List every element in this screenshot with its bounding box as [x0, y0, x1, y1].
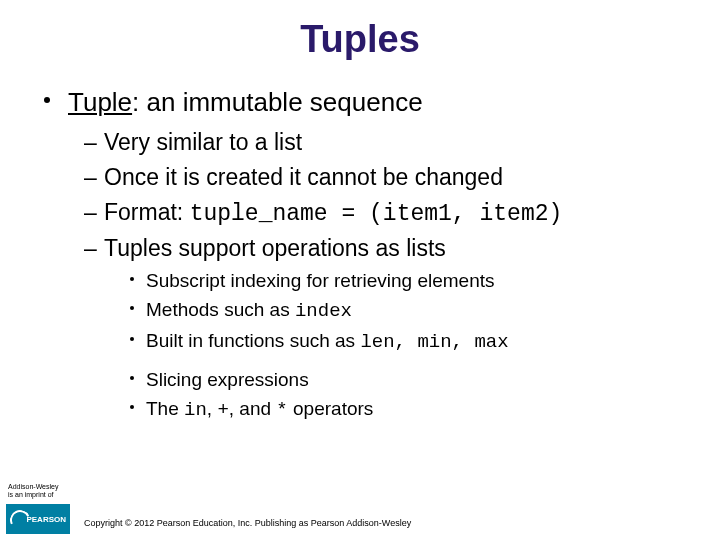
op-code-lenminmax: len, min, max: [360, 331, 508, 353]
sub-cannot-change: – Once it is created it cannot be change…: [84, 163, 686, 192]
format-code: tuple_name = (item1, item2): [190, 201, 563, 227]
bullet-dot-icon: [44, 97, 50, 103]
op-prefix: Methods such as: [146, 299, 295, 320]
dash-icon: –: [84, 128, 97, 157]
op-code-in: in: [184, 399, 207, 421]
sub-format: – Format: tuple_name = (item1, item2): [84, 198, 686, 229]
imprint-text: Addison-Wesley is an imprint of: [8, 483, 66, 498]
sub-operations: – Tuples support operations as lists: [84, 234, 686, 263]
logo-text: PEARSON: [26, 515, 66, 524]
definition-text: : an immutable sequence: [132, 87, 423, 117]
op-methods: Methods such as index: [130, 298, 686, 324]
dash-icon: –: [84, 234, 97, 263]
copyright-text: Copyright © 2012 Pearson Education, Inc.…: [84, 518, 411, 528]
bullet-dot-icon: [130, 376, 134, 380]
slide-title: Tuples: [0, 0, 720, 69]
bullet-dot-icon: [130, 306, 134, 310]
op-builtins: Built in functions such as len, min, max: [130, 329, 686, 355]
slide-body: Tuple: an immutable sequence – Very simi…: [0, 87, 720, 423]
logo-swoosh-icon: [7, 507, 33, 533]
sub-text: Tuples support operations as lists: [104, 235, 446, 261]
sub-text: Once it is created it cannot be changed: [104, 164, 503, 190]
bullet-dot-icon: [130, 337, 134, 341]
op-code-star: *: [276, 399, 287, 421]
op-suffix: operators: [288, 398, 374, 419]
op-text: Subscript indexing for retrieving elemen…: [146, 270, 495, 291]
sub-similar-to-list: – Very similar to a list: [84, 128, 686, 157]
spacer: [50, 359, 686, 363]
op-prefix: Built in functions such as: [146, 330, 360, 351]
bullet-dot-icon: [130, 405, 134, 409]
slide: Tuples Tuple: an immutable sequence – Ve…: [0, 0, 720, 540]
op-operators: The in, +, and * operators: [130, 397, 686, 423]
imprint-line2: is an imprint of: [8, 491, 66, 498]
dash-icon: –: [84, 163, 97, 192]
op-slicing: Slicing expressions: [130, 368, 686, 392]
bullet-tuple-definition: Tuple: an immutable sequence: [50, 87, 686, 118]
dash-icon: –: [84, 198, 97, 227]
term-tuple: Tuple: [68, 87, 132, 117]
imprint-line1: Addison-Wesley: [8, 483, 66, 490]
op-prefix: The: [146, 398, 184, 419]
op-sep: ,: [207, 398, 218, 419]
bullet-dot-icon: [130, 277, 134, 281]
op-text: Slicing expressions: [146, 369, 309, 390]
pearson-logo: PEARSON: [6, 504, 70, 534]
op-subscript: Subscript indexing for retrieving elemen…: [130, 269, 686, 293]
format-label: Format:: [104, 199, 190, 225]
op-sep: , and: [229, 398, 277, 419]
sub-text: Very similar to a list: [104, 129, 302, 155]
op-code-index: index: [295, 300, 352, 322]
op-code-plus: +: [217, 399, 228, 421]
